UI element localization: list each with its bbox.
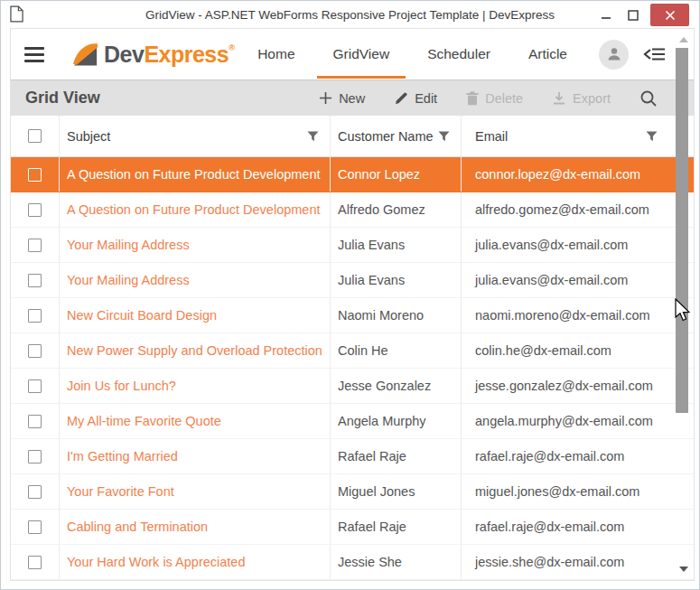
customer-name-cell: Miguel Jones [331, 474, 462, 509]
subject-link[interactable]: Your Mailing Address [67, 238, 190, 252]
email-cell: naomi.moreno@dx-email.com [462, 298, 694, 332]
table-row[interactable]: A Question on Future Product Development… [11, 157, 694, 192]
customer-name-cell: Julia Evans [331, 263, 462, 297]
hamburger-menu-icon[interactable] [24, 47, 44, 62]
table-row[interactable]: I'm Getting Married Rafael Raje rafael.r… [11, 439, 694, 474]
row-checkbox[interactable] [28, 274, 42, 287]
row-checkbox[interactable] [28, 556, 42, 569]
email-cell: alfredo.gomez@dx-email.com [462, 192, 694, 227]
email-cell: angela.murphy@dx-email.com [462, 404, 694, 438]
row-checkbox[interactable] [28, 344, 42, 358]
devexpress-logo[interactable]: DevExpress® [71, 41, 234, 68]
row-checkbox[interactable] [28, 379, 42, 393]
subject-link[interactable]: Your Hard Work is Appreciated [67, 555, 245, 569]
export-button[interactable]: Export [552, 91, 611, 106]
vertical-scrollbar[interactable] [675, 30, 692, 579]
tab-home[interactable]: Home [238, 29, 313, 80]
column-label: Subject [67, 129, 110, 144]
customer-name-cell: Naomi Moreno [331, 298, 462, 332]
subject-cell: I'm Getting Married [60, 439, 331, 473]
table-row[interactable]: My All-time Favorite Quote Angela Murphy… [11, 404, 694, 439]
select-all-checkbox[interactable] [28, 129, 42, 143]
subject-cell: A Question on Future Product Development [60, 192, 331, 227]
filter-icon-customer-name[interactable] [438, 131, 450, 142]
table-row[interactable]: A Question on Future Product Development… [11, 192, 694, 228]
row-checkbox[interactable] [28, 450, 42, 464]
subject-link[interactable]: Join Us for Lunch? [67, 379, 176, 393]
row-checkbox[interactable] [28, 203, 42, 217]
titlebar: GridView - ASP.NET WebForms Responsive P… [1, 1, 699, 28]
subject-link[interactable]: A Question on Future Product Development [67, 202, 321, 217]
row-checkbox[interactable] [28, 520, 42, 534]
close-button[interactable] [650, 4, 689, 26]
customer-name-cell: Alfredo Gomez [331, 192, 462, 227]
minimize-button[interactable] [596, 4, 616, 26]
row-checkbox-cell [11, 192, 60, 227]
user-avatar[interactable] [599, 40, 629, 70]
row-checkbox[interactable] [28, 415, 42, 428]
subject-link[interactable]: New Circuit Board Design [67, 308, 217, 323]
search-icon[interactable] [639, 89, 658, 108]
subject-link[interactable]: Cabling and Termination [67, 520, 208, 534]
window-title: GridView - ASP.NET WebForms Responsive P… [1, 1, 699, 28]
email-cell: julia.evans@dx-email.com [462, 263, 694, 297]
scrollbar-thumb[interactable] [676, 48, 688, 413]
table-row[interactable]: New Circuit Board Design Naomi Moreno na… [11, 298, 694, 333]
customer-name-cell: Connor Lopez [331, 157, 462, 192]
column-header-email[interactable]: Email [462, 116, 694, 156]
customer-name-cell: Rafael Raje [331, 510, 462, 544]
new-button[interactable]: New [319, 91, 365, 106]
table-row[interactable]: Cabling and Termination Rafael Raje rafa… [11, 510, 694, 545]
customer-name-cell: Colin He [331, 333, 462, 368]
column-header-customer-name[interactable]: Customer Name [331, 116, 462, 156]
subject-link[interactable]: Your Mailing Address [67, 273, 190, 287]
email-cell: miguel.jones@dx-email.com [462, 474, 694, 509]
trash-icon [466, 91, 479, 106]
table-row[interactable]: Your Mailing Address Julia Evans julia.e… [11, 263, 694, 298]
table-row[interactable]: New Power Supply and Overload Protection… [11, 333, 694, 369]
table-row[interactable]: Your Favorite Font Miguel Jones miguel.j… [11, 474, 694, 510]
email-cell: jessie.she@dx-email.com [462, 545, 694, 579]
tab-gridview[interactable]: GridView [314, 29, 409, 80]
row-checkbox[interactable] [28, 485, 42, 499]
column-header-subject[interactable]: Subject [60, 116, 331, 156]
row-checkbox-cell [11, 333, 60, 368]
subject-link[interactable]: I'm Getting Married [67, 449, 178, 464]
subject-cell: Your Hard Work is Appreciated [60, 545, 331, 579]
grid-header-row: Subject Customer Name Email [11, 116, 694, 157]
customer-name-cell: Angela Murphy [331, 404, 462, 438]
scroll-down-icon[interactable] [679, 567, 688, 572]
filter-icon-subject[interactable] [307, 131, 319, 142]
row-checkbox-cell [11, 439, 60, 473]
subject-cell: Your Favorite Font [60, 474, 331, 509]
subject-cell: My All-time Favorite Quote [60, 404, 331, 438]
row-checkbox[interactable] [28, 309, 42, 323]
subject-link[interactable]: A Question on Future Product Development [67, 167, 321, 182]
subject-link[interactable]: New Power Supply and Overload Protection [67, 343, 322, 358]
pencil-icon [394, 91, 408, 106]
tab-scheduler[interactable]: Scheduler [408, 29, 509, 80]
filter-icon-email[interactable] [646, 131, 658, 142]
row-checkbox[interactable] [28, 168, 42, 182]
maximize-button[interactable] [623, 4, 643, 26]
toolbar-buttons: New Edit Delete Export [319, 89, 658, 108]
subject-link[interactable]: Your Favorite Font [67, 484, 174, 499]
tab-article[interactable]: Article [509, 29, 586, 80]
table-row[interactable]: Join Us for Lunch? Jesse Gonzalez jesse.… [11, 369, 694, 404]
column-label: Customer Name [338, 129, 434, 144]
table-row[interactable]: Your Mailing Address Julia Evans julia.e… [11, 228, 694, 263]
customer-name-cell: Jessie She [331, 545, 462, 579]
row-checkbox-cell [11, 510, 60, 544]
table-row[interactable]: Your Hard Work is Appreciated Jessie She… [11, 545, 694, 580]
edit-button[interactable]: Edit [394, 91, 437, 106]
subject-cell: Cabling and Termination [60, 510, 331, 544]
delete-button[interactable]: Delete [466, 91, 523, 106]
row-checkbox[interactable] [28, 239, 42, 252]
scroll-up-icon[interactable] [679, 37, 688, 42]
subject-link[interactable]: My All-time Favorite Quote [67, 414, 221, 428]
row-checkbox-cell [11, 404, 60, 438]
email-cell: connor.lopez@dx-email.com [462, 157, 694, 192]
devexpress-wordmark: DevExpress® [104, 41, 234, 68]
row-checkbox-cell [11, 474, 60, 509]
collapse-panel-icon[interactable] [643, 45, 667, 63]
